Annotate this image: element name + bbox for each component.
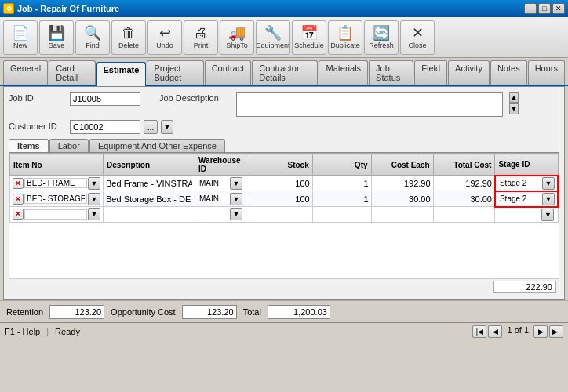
- row-2-desc-input[interactable]: [106, 209, 192, 219]
- row-2-qty-input[interactable]: [315, 209, 369, 219]
- row-0-total-input[interactable]: [436, 179, 492, 188]
- row-0-total-cost[interactable]: [433, 176, 495, 191]
- row-0-warehouse-input[interactable]: [198, 179, 229, 187]
- row-1-qty-input[interactable]: [315, 194, 369, 204]
- customer-browse-button[interactable]: ...: [144, 120, 158, 134]
- sub-tab-equipment-expense[interactable]: Equipment And Other Expense: [89, 139, 225, 152]
- row-1-cost-input[interactable]: [374, 194, 431, 204]
- toolbar-shipto-button[interactable]: 🚚ShipTo: [220, 20, 254, 55]
- nav-last-button[interactable]: ▶|: [549, 325, 563, 338]
- row-2-warehouse-input[interactable]: [198, 210, 229, 219]
- row-1-item-select[interactable]: [24, 194, 87, 204]
- sub-tab-items[interactable]: Items: [9, 139, 49, 152]
- row-0-wh-dropdown[interactable]: ▼: [230, 177, 242, 190]
- row-1-stage-dropdown[interactable]: ▼: [542, 193, 555, 205]
- nav-prev-button[interactable]: ◀: [488, 325, 502, 338]
- row-0-cost-each[interactable]: [371, 176, 433, 191]
- main-tab-contract[interactable]: Contract: [205, 60, 252, 85]
- row-1-total-cost[interactable]: [433, 191, 495, 207]
- row-1-cost-each[interactable]: [371, 191, 433, 207]
- row-1-stock-input[interactable]: [252, 194, 310, 204]
- main-tab-project_budget[interactable]: Project Budget: [147, 60, 203, 85]
- main-tab-contractor_details[interactable]: Contractor Details: [252, 60, 318, 85]
- row-2-stock[interactable]: [249, 207, 312, 223]
- toolbar-close-button[interactable]: ✕Close: [400, 20, 435, 55]
- main-tab-estimate[interactable]: Estimate: [96, 62, 147, 86]
- row-0-description[interactable]: [104, 176, 195, 191]
- main-tab-field[interactable]: Field: [414, 60, 447, 85]
- row-2-cost-input[interactable]: [374, 209, 431, 219]
- row-2-stock-input[interactable]: [252, 209, 310, 219]
- row-0-qty[interactable]: [312, 176, 371, 191]
- row-2-total-cost[interactable]: [433, 207, 495, 223]
- row-0-stage-input[interactable]: [498, 179, 541, 187]
- row-1-delete-btn[interactable]: ✕: [13, 194, 24, 205]
- toolbar-new-button[interactable]: 📄New: [3, 20, 38, 55]
- row-2-description[interactable]: [104, 207, 195, 223]
- minimize-button[interactable]: ─: [524, 3, 537, 14]
- row-2-stage-dropdown[interactable]: ▼: [541, 209, 554, 221]
- row-1-item-dropdown[interactable]: ▼: [88, 193, 100, 205]
- main-tab-hours[interactable]: Hours: [528, 60, 565, 85]
- customer-dropdown-button[interactable]: ▼: [161, 120, 173, 134]
- row-2-delete-btn[interactable]: ✕: [13, 209, 24, 220]
- row-0-qty-input[interactable]: [315, 179, 369, 188]
- row-0-stage-dropdown[interactable]: ▼: [542, 177, 555, 190]
- row-0-cost-input[interactable]: [374, 179, 431, 188]
- main-tab-card_detail[interactable]: Card Detail: [49, 60, 95, 85]
- desc-scroll-up[interactable]: ▲: [509, 92, 519, 103]
- job-id-input[interactable]: [70, 92, 140, 106]
- col-header-description: Description: [104, 154, 195, 176]
- row-2-wh-dropdown[interactable]: ▼: [230, 208, 242, 220]
- main-tab-activity[interactable]: Activity: [448, 60, 490, 85]
- close-window-button[interactable]: ✕: [552, 3, 565, 14]
- nav-first-button[interactable]: |◀: [472, 325, 486, 338]
- total-input[interactable]: [268, 305, 330, 319]
- opportunity-cost-input[interactable]: [182, 305, 237, 319]
- toolbar-print-button[interactable]: 🖨Print: [184, 20, 218, 55]
- sub-tab-labor[interactable]: Labor: [49, 139, 89, 152]
- customer-id-input[interactable]: [70, 120, 140, 134]
- desc-scroll-down[interactable]: ▼: [509, 103, 519, 114]
- row-1-total-input[interactable]: [436, 194, 492, 204]
- toolbar-equipment-button[interactable]: 🔧Equipment: [256, 20, 290, 55]
- retention-label: Retention: [6, 307, 43, 317]
- row-0-item-dropdown[interactable]: ▼: [88, 177, 100, 190]
- nav-next-button[interactable]: ▶: [533, 325, 548, 338]
- row-1-description[interactable]: [104, 191, 195, 207]
- main-tab-notes[interactable]: Notes: [490, 60, 527, 85]
- toolbar-delete-button[interactable]: 🗑Delete: [111, 20, 146, 55]
- row-0-item-select[interactable]: [24, 178, 87, 188]
- toolbar-find-button[interactable]: 🔍Find: [75, 20, 110, 55]
- row-0-stock-input[interactable]: [252, 179, 310, 188]
- row-2-total-input[interactable]: [436, 209, 493, 219]
- row-2-qty[interactable]: [312, 207, 371, 223]
- row-1-wh-dropdown[interactable]: ▼: [230, 193, 242, 205]
- col-header-warehouse-id: Warehouse ID: [195, 154, 249, 176]
- row-2-item-dropdown[interactable]: ▼: [88, 208, 100, 220]
- row-2-stage-input[interactable]: [497, 210, 541, 219]
- row-1-qty[interactable]: [312, 191, 371, 207]
- row-1-stage-input[interactable]: [498, 194, 541, 203]
- row-2-cost-each[interactable]: [371, 207, 433, 223]
- row-1-item-no: ✕▼: [10, 191, 104, 207]
- row-2-item-select[interactable]: [24, 209, 87, 220]
- maximize-button[interactable]: □: [538, 3, 551, 14]
- row-0-desc-input[interactable]: [106, 179, 192, 188]
- row-1-stock[interactable]: [249, 191, 312, 207]
- row-1-warehouse-input[interactable]: [198, 194, 229, 203]
- toolbar-refresh-button[interactable]: 🔄Refresh: [364, 20, 399, 55]
- toolbar-duplicate-button[interactable]: 📋Duplicate: [328, 20, 362, 55]
- row-1-desc-input[interactable]: [106, 194, 192, 204]
- toolbar-undo-button[interactable]: ↩Undo: [147, 20, 182, 55]
- retention-input[interactable]: [49, 305, 104, 319]
- toolbar-schedule-button[interactable]: 📅Schedule: [292, 20, 326, 55]
- main-tab-materials[interactable]: Materials: [319, 60, 368, 85]
- row-0-stock[interactable]: [249, 176, 312, 191]
- job-desc-textarea[interactable]: [236, 92, 503, 117]
- new-icon: 📄: [12, 26, 29, 40]
- main-tab-job_status[interactable]: Job Status: [369, 60, 413, 85]
- toolbar-save-button[interactable]: 💾Save: [39, 20, 74, 55]
- row-0-delete-btn[interactable]: ✕: [13, 178, 24, 189]
- main-tab-general[interactable]: General: [3, 60, 48, 85]
